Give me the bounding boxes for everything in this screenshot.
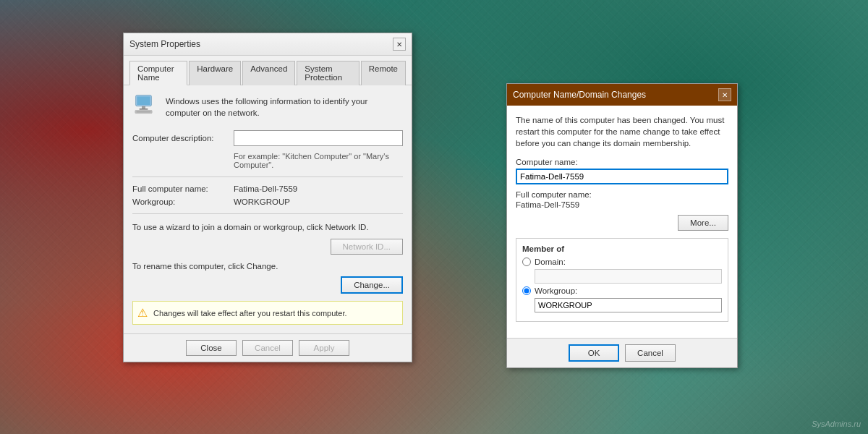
workgroup-value: WORKGROUP (234, 197, 290, 206)
system-properties-dialog: System Properties ✕ Computer Name Hardwa… (123, 33, 412, 362)
domain-changes-message: The name of this computer has been chang… (516, 114, 728, 149)
workgroup-label: Workgroup: (132, 197, 234, 206)
apply-button[interactable]: Apply (299, 340, 349, 356)
tab-hardware[interactable]: Hardware (189, 61, 241, 85)
watermark: SysAdmins.ru (812, 420, 861, 428)
computer-icon (132, 94, 158, 120)
tab-advanced[interactable]: Advanced (242, 61, 295, 85)
workgroup-radio[interactable] (522, 286, 531, 295)
svg-rect-5 (137, 111, 151, 113)
member-of-title: Member of (522, 244, 722, 253)
computer-name-field-label: Computer name: (516, 158, 728, 166)
computer-icon-description: Windows uses the following information t… (166, 94, 403, 119)
computer-description-example: For example: "Kitchen Computer" or "Mary… (234, 152, 403, 169)
svg-rect-1 (137, 96, 150, 105)
full-computer-name-row: Full computer name: Fatima-Dell-7559 (132, 184, 403, 193)
workgroup-input[interactable] (535, 298, 722, 312)
system-properties-tabs: Computer Name Hardware Advanced System P… (124, 56, 412, 85)
separator-1 (132, 176, 403, 177)
network-id-button[interactable]: Network ID... (331, 239, 403, 255)
tab-computer-name[interactable]: Computer Name (129, 61, 187, 85)
rename-text: To rename this computer, click Change. (132, 262, 403, 271)
computer-name-field[interactable] (516, 169, 728, 184)
full-computer-name-field-label: Full computer name: (516, 190, 728, 199)
domain-changes-buttons: OK Cancel (507, 338, 737, 367)
system-properties-content: Windows uses the following information t… (124, 85, 412, 333)
tab-system-protection[interactable]: System Protection (297, 61, 359, 85)
change-button[interactable]: Change... (341, 276, 403, 294)
system-properties-close-button[interactable]: ✕ (393, 38, 406, 51)
domain-changes-title: Computer Name/Domain Changes (513, 90, 646, 100)
cancel-button[interactable]: Cancel (242, 340, 293, 356)
workgroup-radio-row: Workgroup: (522, 286, 722, 295)
warning-row: ⚠ Changes will take effect after you res… (132, 301, 403, 325)
computer-description-input[interactable] (234, 130, 403, 146)
warning-text: Changes will take effect after you resta… (153, 309, 347, 318)
system-properties-buttons: Close Cancel Apply (124, 333, 412, 362)
full-computer-name-label: Full computer name: (132, 184, 234, 193)
system-properties-title: System Properties (129, 39, 200, 49)
domain-changes-dialog: Computer Name/Domain Changes ✕ The name … (506, 83, 738, 368)
domain-ok-button[interactable]: OK (569, 344, 619, 362)
svg-rect-2 (142, 106, 145, 109)
network-text: To use a wizard to join a domain or work… (132, 221, 403, 233)
close-button[interactable]: Close (186, 340, 237, 356)
computer-description-label: Computer description: (132, 134, 234, 142)
separator-2 (132, 213, 403, 214)
more-btn-row: More... (516, 215, 728, 231)
domain-radio[interactable] (522, 258, 531, 266)
full-computer-name-value: Fatima-Dell-7559 (234, 184, 297, 193)
tab-remote[interactable]: Remote (361, 61, 406, 85)
domain-changes-titlebar: Computer Name/Domain Changes ✕ (507, 84, 737, 106)
domain-radio-label: Domain: (535, 258, 566, 266)
domain-cancel-button[interactable]: Cancel (625, 344, 676, 362)
workgroup-row: Workgroup: WORKGROUP (132, 197, 403, 206)
rename-btn-row: Change... (132, 276, 403, 294)
system-properties-titlebar: System Properties ✕ (124, 33, 412, 56)
full-computer-name-field-value: Fatima-Dell-7559 (516, 200, 728, 209)
svg-rect-3 (140, 109, 148, 110)
domain-changes-close-button[interactable]: ✕ (718, 88, 731, 101)
network-section: To use a wizard to join a domain or work… (132, 221, 403, 255)
network-btn-row: Network ID... (132, 239, 403, 255)
more-button[interactable]: More... (678, 215, 728, 231)
computer-description-row: Computer description: (132, 130, 403, 146)
rename-section: To rename this computer, click Change. C… (132, 262, 403, 294)
member-of-section: Member of Domain: Workgroup: (516, 238, 728, 322)
computer-icon-row: Windows uses the following information t… (132, 94, 403, 120)
warning-icon: ⚠ (137, 306, 148, 320)
domain-changes-content: The name of this computer has been chang… (507, 106, 737, 338)
domain-input[interactable] (535, 269, 722, 284)
domain-radio-row: Domain: (522, 258, 722, 266)
workgroup-radio-label: Workgroup: (535, 286, 577, 295)
